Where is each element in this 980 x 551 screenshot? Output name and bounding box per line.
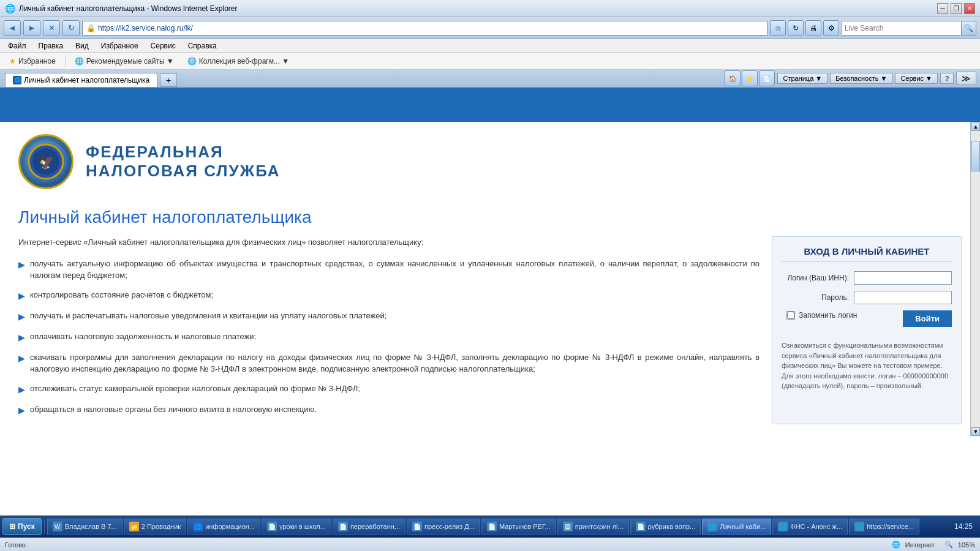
taskbar-icon-2: 🌐 — [193, 522, 203, 531]
taskbar-item-6[interactable]: 📄 Мартынов РЕГ... — [481, 519, 556, 534]
bookmarks-label[interactable]: ★ Избранное — [4, 55, 61, 67]
title-bar: 🌐 Личный кабинет налогоплательщика - Win… — [0, 0, 980, 17]
taskbar-item-11[interactable]: 🌐 https://service... — [849, 519, 919, 534]
taskbar-item-5[interactable]: 📄 пресс-релиз Д... — [407, 519, 480, 534]
search-button[interactable]: 🔍 — [961, 21, 976, 35]
login-label: Логин (Ваш ИНН): — [782, 274, 849, 282]
start-button[interactable]: ⊞ Пуск — [2, 518, 42, 535]
status-text: Готово — [5, 541, 889, 549]
refresh-button[interactable]: ↻ — [62, 20, 80, 36]
password-input[interactable] — [854, 291, 952, 304]
list-item: ▶ получать и распечатывать налоговые уве… — [18, 310, 760, 323]
minimize-button[interactable]: ─ — [937, 3, 948, 14]
list-item: ▶ скачивать программы для заполнения дек… — [18, 351, 760, 375]
back-button[interactable]: ◄ — [4, 20, 21, 36]
menu-help[interactable]: Справка — [183, 40, 222, 52]
menu-view[interactable]: Вид — [70, 40, 94, 52]
add-favorites-icon[interactable]: ☆ — [770, 20, 786, 36]
scrollbar[interactable]: ▲ ▼ — [970, 122, 980, 437]
bookmarks-bar: ★ Избранное 🌐 Рекомендуемые сайты ▼ 🌐 Ко… — [0, 53, 980, 70]
login-note: Ознакомиться с функциональными возможнос… — [782, 333, 952, 391]
page-button[interactable]: Страница ▼ — [777, 73, 827, 84]
forward-button[interactable]: ► — [23, 20, 40, 36]
tab-label: Личный кабинет налогоплательщика — [24, 76, 149, 84]
windows-logo: ⊞ — [9, 522, 15, 531]
taskbar-item-7[interactable]: 🖼 принтскрин лi... — [557, 519, 629, 534]
login-input[interactable] — [854, 271, 952, 285]
remember-checkbox[interactable] — [786, 311, 795, 320]
scroll-down-button[interactable]: ▼ — [971, 427, 980, 436]
taskbar-icon-8: 📄 — [636, 522, 646, 531]
taskbar-item-4[interactable]: 📄 переработанн... — [333, 519, 405, 534]
new-tab-button[interactable]: + — [160, 73, 177, 87]
menu-tools[interactable]: Сервис — [145, 40, 181, 52]
address-input-wrap: 🔒 — [82, 21, 767, 36]
restore-button[interactable]: ❐ — [951, 3, 962, 14]
lock-icon: 🔒 — [86, 24, 96, 32]
bookmark-recommended[interactable]: 🌐 Рекомендуемые сайты ▼ — [69, 55, 179, 67]
logo-area: 🦅 ФЕДЕРАЛЬНАЯ НАЛОГОВАЯ СЛУЖБА — [0, 122, 980, 201]
safety-button[interactable]: Безопасность ▼ — [830, 73, 892, 84]
taskbar-item-10[interactable]: 🌐 ФНС - Анонс ж... — [772, 519, 848, 534]
bullet-arrow-4: ▶ — [18, 352, 25, 365]
bookmark-collection[interactable]: 🌐 Коллекция веб-фрагм... ▼ — [182, 55, 295, 67]
menu-file[interactable]: Файл — [2, 40, 32, 52]
login-panel-title: ВХОД В ЛИЧНЫЙ КАБИНЕТ — [782, 246, 952, 262]
refresh-icon[interactable]: ↻ — [788, 20, 804, 36]
stop-button[interactable]: ✕ — [43, 20, 60, 36]
star-icon: ★ — [9, 57, 16, 66]
tools-icon[interactable]: ⚙ — [823, 20, 839, 36]
password-label: Пароль: — [782, 293, 849, 302]
content-area: Интернет-сервис «Личный кабинет налогопл… — [0, 236, 980, 437]
tools-button[interactable]: Сервис ▼ — [895, 73, 938, 84]
taskbar-icon-9: 🌐 — [707, 522, 717, 531]
menu-edit[interactable]: Правка — [33, 40, 69, 52]
addr-right-icons: ☆ ↻ 🖨 ⚙ — [770, 20, 839, 36]
address-input[interactable] — [98, 24, 763, 32]
ie-icon-1[interactable]: 🏠 — [725, 70, 741, 86]
left-content: Интернет-сервис «Личный кабинет налогопл… — [18, 236, 760, 424]
bullet-arrow-5: ▶ — [18, 383, 25, 396]
bullet-arrow-6: ▶ — [18, 404, 25, 417]
tab-bar: 🌐 Личный кабинет налогоплательщика + — [0, 70, 721, 87]
menu-bar: Файл Правка Вид Избранное Сервис Справка — [0, 39, 980, 53]
login-panel: ВХОД В ЛИЧНЫЙ КАБИНЕТ Логин (Ваш ИНН): П… — [772, 236, 962, 424]
logo-line1: ФЕДЕРАЛЬНАЯ — [86, 143, 281, 162]
taskbar-item-0[interactable]: W Владислав В 7... — [47, 519, 123, 534]
bookmark-icon-1: 🌐 — [75, 57, 84, 66]
taskbar-item-9[interactable]: 🌐 Личный каби... — [702, 519, 771, 534]
ie-icon-3[interactable]: 📄 — [759, 70, 775, 86]
login-button[interactable]: Войти — [903, 310, 952, 327]
taskbar-icon-10: 🌐 — [778, 522, 788, 531]
search-input[interactable] — [842, 24, 961, 32]
status-zoom: 105% — [958, 541, 975, 549]
taskbar-item-8[interactable]: 📄 рубрика вопр... — [630, 519, 701, 534]
taskbar-item-1[interactable]: 📁 2 Проводник — [124, 519, 186, 534]
ie-icon-2[interactable]: ⭐ — [742, 70, 758, 86]
taskbar-icon-11: 🌐 — [854, 522, 864, 531]
print-icon[interactable]: 🖨 — [805, 20, 821, 36]
ie-extra[interactable]: ≫ — [956, 72, 976, 85]
taskbar-item-3[interactable]: 📄 уроки в школ... — [262, 519, 331, 534]
scroll-thumb[interactable] — [971, 141, 980, 171]
list-item: ▶ получать актуальную информацию об объе… — [18, 258, 760, 282]
help-button[interactable]: ? — [940, 73, 954, 84]
window-controls: ─ ❐ ✕ — [937, 3, 975, 14]
scroll-up-button[interactable]: ▲ — [971, 122, 980, 131]
blue-banner — [0, 88, 980, 122]
close-button[interactable]: ✕ — [964, 3, 975, 14]
taskbar-time: 14:25 — [949, 522, 978, 531]
taskbar-icon-4: 📄 — [338, 522, 348, 531]
bullet-arrow-0: ▶ — [18, 258, 25, 271]
ie-page-tools: 🏠 ⭐ 📄 Страница ▼ Безопасность ▼ Сервис ▼… — [721, 70, 980, 87]
bookmark-separator — [65, 55, 66, 67]
active-tab[interactable]: 🌐 Личный кабинет налогоплательщика — [5, 73, 157, 87]
taskbar-item-2[interactable]: 🌐 информацион... — [187, 519, 260, 534]
menu-favorites[interactable]: Избранное — [96, 40, 144, 52]
list-item: ▶ обращаться в налоговые органы без личн… — [18, 403, 760, 417]
password-row: Пароль: — [782, 291, 952, 304]
status-bar: Готово 🌐 Интернет 🔍 105% — [0, 538, 980, 551]
bullet-list: ▶ получать актуальную информацию об объе… — [18, 258, 760, 417]
taskbar-icon-0: W — [53, 522, 62, 531]
status-right: 🌐 Интернет 🔍 105% — [892, 541, 975, 549]
